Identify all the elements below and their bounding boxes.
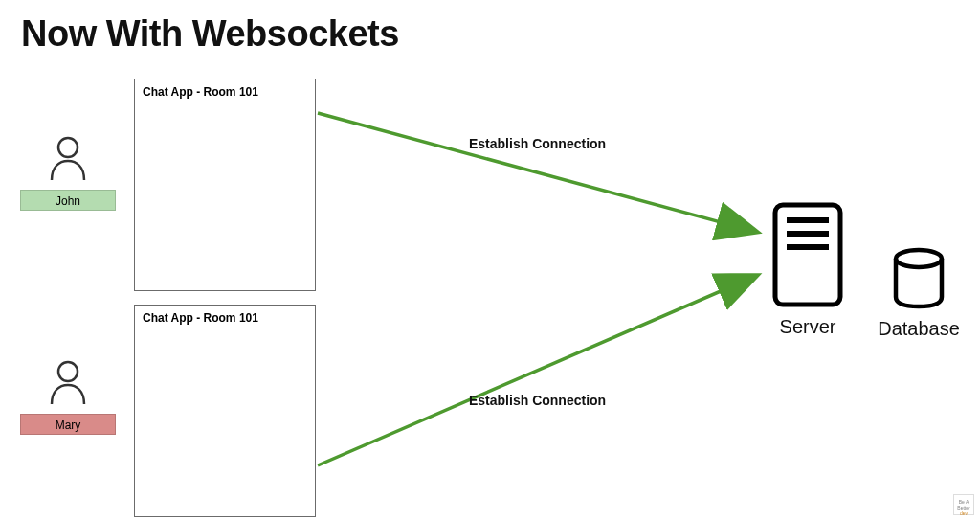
server-label: Server xyxy=(766,316,850,338)
connection-label-john: Establish Connection xyxy=(469,136,606,151)
database-icon xyxy=(891,297,947,313)
svg-point-8 xyxy=(896,250,942,267)
database-label: Database xyxy=(871,318,967,340)
watermark-line: dev xyxy=(960,510,968,516)
server-icon xyxy=(771,295,844,311)
watermark: Be A Better dev xyxy=(953,494,974,515)
database-block: Database xyxy=(871,247,967,340)
svg-line-3 xyxy=(318,276,756,465)
server-block: Server xyxy=(766,201,850,338)
connection-label-mary: Establish Connection xyxy=(469,393,606,408)
